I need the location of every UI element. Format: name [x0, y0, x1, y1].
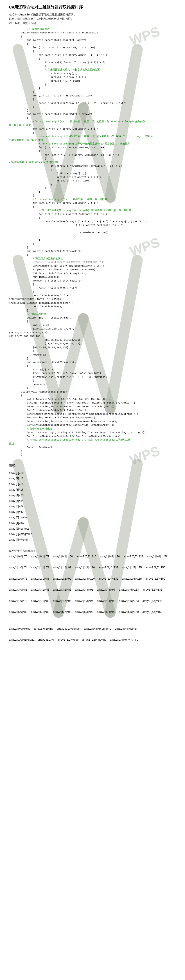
- code-line: }: [9, 183, 176, 187]
- code-line: int[] IntArraySort = { 23, 12, 34, 24, 4…: [9, 398, 176, 401]
- code-line: {runTimeGSI.Elapsed.TotalMilliseconds}ms…: [9, 301, 176, 305]
- code-line: {88,92,76,100,150,135},: [9, 334, 176, 338]
- code-line: {: [9, 227, 176, 231]
- code-line: }: [9, 83, 176, 87]
- code-line: {: [9, 97, 176, 102]
- output-heading: 输出：: [9, 463, 176, 468]
- output-line: [9, 604, 176, 609]
- output-line: array2 [1,0]=Everday, array2 [1,1]=I arr…: [9, 637, 176, 643]
- code-line: T item = array2[i,j];: [9, 172, 176, 175]
- code-line: //对数组中第 2 维度（行）的元素进行排序: [9, 161, 176, 164]
- code-line: //如果前面的元素较大，将把它调换到后面的位置: [9, 68, 176, 72]
- code-line: array[j] = array[j + 1];: [9, 75, 176, 79]
- code-line: for (int j = 0; j < array.Length - 1 - i…: [9, 53, 176, 57]
- code-line: //Array.Sort(SortGint2D.Creat2DArray()),…: [9, 438, 176, 442]
- code-line: {: [9, 157, 176, 161]
- code-line: //泛型冒泡排序方法: [9, 27, 176, 31]
- intro-line: 那么，我们应该怎么在 C#中的二维数组进行排序呢？: [9, 17, 176, 21]
- code-line: }: [9, 238, 176, 242]
- code-line: {: [9, 253, 176, 257]
- code-line: {: [9, 320, 176, 323]
- code-line: }: [9, 246, 176, 250]
- code-line: {: [9, 42, 176, 46]
- code-line: {: [9, 216, 176, 220]
- output-summary: 每个学生的各科成绩；: [9, 549, 176, 554]
- code-line: {: [9, 364, 176, 368]
- code-line: static void Main(string[] args): [9, 390, 176, 394]
- code-line: array2[i,j] = array2[i,j + 1];: [9, 175, 176, 179]
- code-line: return a;: [9, 353, 176, 357]
- code-line: {: [9, 168, 176, 172]
- code-line: GenericSort<int,int > SortGint = new Gen…: [9, 405, 176, 409]
- code-line: for (int i = 0; i < array2.GetLength(0);…: [9, 127, 176, 131]
- code-line: for (int ia = 0; ia < array.Length; ia++…: [9, 94, 176, 98]
- output-line: array2 [3,0]=81 array2 [3,1]=83 array2 […: [9, 587, 176, 592]
- output-line: array [3]=16: [9, 487, 176, 492]
- code-line: {78,91,74,110,118,135,132},: [9, 331, 176, 335]
- code-line: //每个学生的各科成绩；: [9, 427, 176, 431]
- code-line: // 创建二维对组: [9, 312, 176, 316]
- code-line: Console.Write(GSIF + "\t");: [9, 286, 176, 290]
- output-line: array [4]=world!: [9, 537, 176, 542]
- code-line: {: [9, 131, 176, 135]
- code-line: }: [9, 386, 176, 390]
- code-line: SortGString.GenericBubbleSort(StringArra…: [9, 416, 176, 420]
- code-line: //Console.WriteLine("*用泛型方法给一维类内组排序：");: [9, 261, 176, 264]
- code-line: {: [9, 116, 176, 120]
- code-line: {83,81,86,97,91,133,136},: [9, 338, 176, 342]
- output-line: [9, 543, 176, 548]
- code-line: {73,83,96,144,98,94,143},: [9, 342, 176, 346]
- code-line: public void GenericBubbleSort2W(T[,] arr…: [9, 112, 176, 116]
- code-line: public void GenericBubbleSort(T[] array): [9, 38, 176, 42]
- output-line: array [3]=program's: [9, 531, 176, 537]
- code-line: Console.WriteLine("array [" + ia + "]=" …: [9, 102, 176, 105]
- output-block: array [0]=10array [1]=12array [2]=15arra…: [9, 471, 176, 643]
- code-line: GenericSort<int,int> SortGint2D = new Ge…: [9, 420, 176, 423]
- code-block: //泛型冒泡排序方法 public class GenericSort<T,T2…: [9, 27, 176, 457]
- code-line: Console.WriteLine("\t" +: [9, 294, 176, 298]
- code-line: {: [9, 394, 176, 398]
- intro-block: 在 C#中 Array.Sort()函数是不能对二维数组进行排序的。那么，我们应…: [9, 13, 176, 25]
- code-line: public void sortInt(T[] IntArraySort): [9, 250, 176, 253]
- code-line: {93,83,89,99,83,140,150}: [9, 346, 176, 350]
- code-line: for (int i = 0; i < array2.GetLength(0);…: [9, 201, 176, 205]
- code-line: }: [9, 190, 176, 194]
- code-line: //array2.GetLength(0) 数组中第 1 维度（行）的数量；在 …: [9, 120, 176, 124]
- output-line: array [5]=24: [9, 498, 176, 504]
- code-line: GenericSort<string , string > SortString…: [9, 431, 176, 434]
- code-line: public string[,] Creat2StrArray(): [9, 361, 176, 364]
- code-line: }: [9, 449, 176, 453]
- code-line: };: [9, 349, 176, 353]
- code-line: Console.WriteLine();: [9, 305, 176, 309]
- code-line: array[j + 1] = item;: [9, 79, 176, 83]
- code-line: 数组: [9, 442, 176, 446]
- code-line: T item = array[j];: [9, 72, 176, 76]
- code-line: int[,] a ={: [9, 323, 176, 327]
- code-line: $"排序算时排序使用的：{GSI} \t 花费时间：: [9, 298, 176, 301]
- output-line: array [7]=42: [9, 509, 176, 515]
- code-line: }: [9, 90, 176, 94]
- code-line: for (int j = 0; j < array2.GetLength (1)…: [9, 153, 176, 157]
- code-line: }: [9, 453, 176, 457]
- intro-line: 在 C#中 Array.Sort()函数是不能对二维数组进行排序的。: [9, 13, 176, 17]
- output-line: array [0]=10: [9, 471, 176, 476]
- code-line: if (array2[i,j].CompareTo (array2[i,j + …: [9, 164, 176, 168]
- code-line: GenericSort<string,string > SortGString …: [9, 412, 176, 416]
- code-line: };: [9, 379, 176, 383]
- code-line: GSI.GenericBubbleSort(IntArraySort);: [9, 272, 176, 275]
- output-line: array2 [2,0]=76 array2 [2,1]=88 array2 […: [9, 576, 176, 581]
- code-line: string[,] S ={: [9, 368, 176, 372]
- output-line: array2 [0,0]=Hello array2 [0,1]=my array…: [9, 626, 176, 632]
- code-line: {: [9, 57, 176, 61]
- page-title: C#用泛型方法对二维矩阵进行双维度排序: [9, 5, 176, 10]
- code-line: }: [9, 235, 176, 239]
- code-line: if (j > array2.GetLength (1) - 2): [9, 223, 176, 227]
- code-line: }: [9, 242, 176, 246]
- output-line: [9, 615, 176, 620]
- output-line: [9, 559, 176, 565]
- output-line: array2 [5,0]=83 array2 [5,1]=89 array2 […: [9, 609, 176, 615]
- code-line: SortGint.GenericBubbleSort(IntArraySort)…: [9, 409, 176, 412]
- output-line: [9, 582, 176, 587]
- code-line: {"Everday","I",,"keep","I","( ^ ♡ ) d","…: [9, 375, 176, 379]
- code-line: SortString2D.GenericBubbleSort2W(SortStr…: [9, 434, 176, 438]
